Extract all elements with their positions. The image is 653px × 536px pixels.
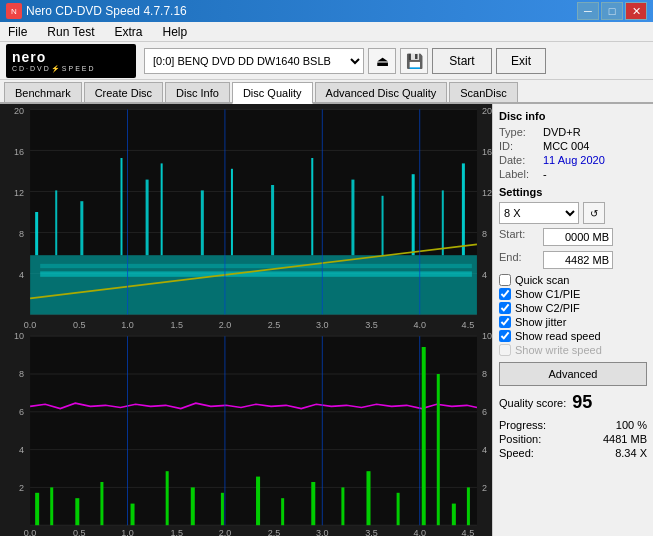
disc-label-value: - — [543, 168, 547, 180]
quality-score-value: 95 — [572, 392, 592, 413]
speed-row-progress: Speed: 8.34 X — [499, 447, 647, 459]
show-c2pif-label: Show C2/PIF — [515, 302, 580, 314]
svg-rect-20 — [55, 190, 57, 255]
svg-text:12: 12 — [14, 188, 24, 198]
eject-button[interactable]: ⏏ — [368, 48, 396, 74]
show-c1pie-checkbox[interactable] — [499, 288, 511, 300]
end-input[interactable] — [543, 251, 613, 269]
exit-button[interactable]: Exit — [496, 48, 546, 74]
svg-rect-34 — [40, 271, 472, 276]
menu-bar: File Run Test Extra Help — [0, 22, 653, 42]
svg-rect-71 — [100, 482, 103, 525]
speed-select[interactable]: 8 X — [499, 202, 579, 224]
minimize-button[interactable]: ─ — [577, 2, 599, 20]
svg-text:0.0: 0.0 — [24, 319, 37, 329]
start-input[interactable] — [543, 228, 613, 246]
svg-text:4.5: 4.5 — [462, 528, 475, 536]
svg-rect-23 — [146, 180, 149, 256]
refresh-button[interactable]: ↺ — [583, 202, 605, 224]
title-bar: N Nero CD-DVD Speed 4.7.7.16 ─ □ ✕ — [0, 0, 653, 22]
svg-rect-72 — [131, 504, 135, 526]
svg-text:12: 12 — [482, 188, 492, 198]
disc-info-title: Disc info — [499, 110, 647, 122]
title-bar-text: Nero CD-DVD Speed 4.7.7.16 — [26, 4, 187, 18]
show-c2pif-checkbox[interactable] — [499, 302, 511, 314]
svg-text:20: 20 — [482, 105, 492, 115]
svg-rect-26 — [231, 169, 233, 255]
tab-disc-info[interactable]: Disc Info — [165, 82, 230, 102]
show-c2pif-row: Show C2/PIF — [499, 302, 647, 314]
settings-title: Settings — [499, 186, 647, 198]
disc-type-label: Type: — [499, 126, 539, 138]
svg-rect-80 — [366, 471, 370, 525]
tab-bar: Benchmark Create Disc Disc Info Disc Qua… — [0, 80, 653, 104]
svg-text:1.5: 1.5 — [170, 528, 183, 536]
svg-text:16: 16 — [14, 146, 24, 156]
drive-select[interactable]: [0:0] BENQ DVD DD DW1640 BSLB — [144, 48, 364, 74]
menu-file[interactable]: File — [4, 25, 31, 39]
quick-scan-row: Quick scan — [499, 274, 647, 286]
svg-rect-35 — [40, 264, 472, 268]
show-write-speed-checkbox[interactable] — [499, 344, 511, 356]
close-button[interactable]: ✕ — [625, 2, 647, 20]
menu-run-test[interactable]: Run Test — [43, 25, 98, 39]
end-row: End: — [499, 251, 647, 272]
svg-text:8: 8 — [482, 369, 487, 379]
show-jitter-checkbox[interactable] — [499, 316, 511, 328]
start-button[interactable]: Start — [432, 48, 492, 74]
svg-text:2.5: 2.5 — [268, 528, 281, 536]
svg-rect-70 — [75, 498, 79, 525]
save-button[interactable]: 💾 — [400, 48, 428, 74]
end-label: End: — [499, 251, 539, 272]
advanced-button[interactable]: Advanced — [499, 362, 647, 386]
svg-rect-29 — [351, 180, 354, 256]
svg-text:6: 6 — [482, 407, 487, 417]
svg-text:8: 8 — [19, 229, 24, 239]
tab-scan-disc[interactable]: ScanDisc — [449, 82, 517, 102]
start-row: Start: — [499, 228, 647, 249]
svg-text:0.5: 0.5 — [73, 319, 86, 329]
show-jitter-label: Show jitter — [515, 316, 566, 328]
svg-text:3.5: 3.5 — [365, 319, 378, 329]
disc-id-row: ID: MCC 004 — [499, 140, 647, 152]
svg-text:4: 4 — [19, 445, 24, 455]
tab-disc-quality[interactable]: Disc Quality — [232, 82, 313, 104]
show-read-speed-row: Show read speed — [499, 330, 647, 342]
quick-scan-checkbox[interactable] — [499, 274, 511, 286]
svg-rect-77 — [281, 498, 284, 525]
svg-text:1.0: 1.0 — [121, 528, 134, 536]
svg-rect-68 — [35, 493, 39, 525]
svg-text:4: 4 — [482, 270, 487, 280]
svg-text:10: 10 — [14, 331, 24, 341]
svg-text:4: 4 — [482, 445, 487, 455]
svg-rect-28 — [311, 158, 313, 255]
start-label: Start: — [499, 228, 539, 249]
svg-text:8: 8 — [19, 369, 24, 379]
tab-advanced-disc-quality[interactable]: Advanced Disc Quality — [315, 82, 448, 102]
menu-extra[interactable]: Extra — [110, 25, 146, 39]
tab-benchmark[interactable]: Benchmark — [4, 82, 82, 102]
svg-text:1.0: 1.0 — [121, 319, 134, 329]
disc-date-label: Date: — [499, 154, 539, 166]
toolbar: nero CD·DVD⚡SPEED [0:0] BENQ DVD DD DW16… — [0, 42, 653, 80]
position-row: Position: 4481 MB — [499, 433, 647, 445]
show-read-speed-label: Show read speed — [515, 330, 601, 342]
title-bar-buttons: ─ □ ✕ — [577, 2, 647, 20]
svg-rect-78 — [311, 482, 315, 525]
svg-rect-33 — [462, 163, 465, 255]
svg-rect-73 — [166, 471, 169, 525]
nero-logo: nero CD·DVD⚡SPEED — [6, 44, 136, 78]
disc-type-row: Type: DVD+R — [499, 126, 647, 138]
show-write-speed-row: Show write speed — [499, 344, 647, 356]
speed-row: 8 X ↺ — [499, 202, 647, 224]
maximize-button[interactable]: □ — [601, 2, 623, 20]
menu-help[interactable]: Help — [159, 25, 192, 39]
svg-text:2.0: 2.0 — [219, 319, 232, 329]
app-icon: N — [6, 3, 22, 19]
disc-id-label: ID: — [499, 140, 539, 152]
speed-label: Speed: — [499, 447, 534, 459]
svg-text:0.5: 0.5 — [73, 528, 86, 536]
show-read-speed-checkbox[interactable] — [499, 330, 511, 342]
quality-score-row: Quality score: 95 — [499, 392, 647, 413]
tab-create-disc[interactable]: Create Disc — [84, 82, 163, 102]
